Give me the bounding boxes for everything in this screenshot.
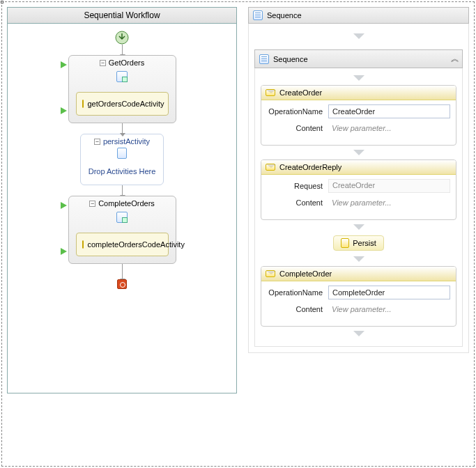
receive-activity-completeorder[interactable]: CompleteOrder OperationName Content View… bbox=[261, 266, 456, 327]
sendreply-activity-createorderreply[interactable]: CreateOrderReply Request CreateOrder Con… bbox=[261, 159, 456, 220]
entry-marker-icon bbox=[61, 107, 67, 114]
message-icon bbox=[266, 270, 275, 277]
operationname-input[interactable] bbox=[328, 104, 450, 118]
sequence-outer[interactable]: Sequence Sequence ︽ CreateOrder bbox=[248, 7, 469, 353]
entry-marker-icon bbox=[61, 248, 67, 255]
terminate-node-icon[interactable] bbox=[117, 279, 127, 289]
activity-type-icon bbox=[69, 210, 176, 228]
insertion-point-icon[interactable] bbox=[261, 331, 456, 336]
connector-arrow-icon bbox=[122, 123, 123, 134]
connector-arrow-icon bbox=[122, 264, 123, 279]
field-label: OperationName bbox=[267, 288, 328, 297]
content-link[interactable]: View parameter... bbox=[328, 197, 450, 208]
activity-title-text: CompleteOrder bbox=[279, 270, 332, 278]
activity-persist[interactable]: − persistActivity Drop Activities Here bbox=[80, 134, 164, 185]
field-label: Request bbox=[267, 182, 328, 190]
field-label: Content bbox=[267, 305, 328, 313]
sequence-header[interactable]: Sequence ︽ bbox=[254, 49, 463, 68]
workflow-title: Sequential Workflow bbox=[8, 8, 236, 24]
sequence-title: Sequence bbox=[273, 55, 308, 63]
code-activity-completeorders[interactable]: completeOrdersCodeActivity bbox=[76, 233, 169, 256]
persist-label: Persist bbox=[353, 239, 376, 247]
start-node-icon[interactable] bbox=[115, 31, 129, 45]
collapse-toggle-icon[interactable]: − bbox=[94, 139, 100, 145]
code-activity-label: completeOrdersCodeActivity bbox=[88, 240, 185, 249]
content-link[interactable]: View parameter... bbox=[328, 304, 450, 315]
code-activity-label: getOrdersCodeActivity bbox=[88, 100, 164, 108]
field-label: Content bbox=[267, 124, 328, 132]
insertion-point-icon[interactable] bbox=[261, 75, 456, 81]
entry-marker-icon bbox=[61, 61, 67, 68]
resize-handle[interactable] bbox=[1, 1, 3, 3]
field-label: OperationName bbox=[267, 107, 328, 116]
workflow-canvas[interactable]: − GetOrders getOrdersCodeActivity − pers… bbox=[8, 24, 236, 296]
activity-title-text: GetOrders bbox=[109, 58, 144, 67]
code-activity-icon bbox=[82, 100, 84, 108]
collapse-toggle-icon[interactable]: − bbox=[100, 60, 106, 66]
activity-header[interactable]: − GetOrders bbox=[69, 56, 176, 70]
receive-activity-createorder[interactable]: CreateOrder OperationName Content View p… bbox=[261, 85, 456, 146]
activity-header[interactable]: CreateOrderReply bbox=[261, 160, 456, 175]
persist-icon bbox=[341, 238, 349, 248]
code-activity-getorders[interactable]: getOrdersCodeActivity bbox=[76, 92, 169, 116]
sequence-inner[interactable]: Sequence ︽ CreateOrder OperationName bbox=[254, 49, 463, 347]
activity-header[interactable]: CompleteOrder bbox=[261, 267, 456, 281]
message-icon bbox=[266, 164, 275, 171]
sequence-title: Sequence bbox=[267, 11, 302, 20]
insertion-point-icon[interactable] bbox=[254, 33, 463, 39]
request-value[interactable]: CreateOrder bbox=[328, 179, 450, 193]
activity-title-text: persistActivity bbox=[103, 137, 150, 146]
connector-arrow-icon bbox=[122, 185, 123, 196]
field-label: Content bbox=[267, 198, 328, 207]
collapse-toggle-icon[interactable]: − bbox=[89, 201, 95, 207]
insertion-point-icon[interactable] bbox=[261, 150, 456, 155]
entry-marker-icon bbox=[61, 202, 67, 209]
wf4-designer: Sequence Sequence ︽ CreateOrder bbox=[248, 7, 469, 353]
operationname-input[interactable] bbox=[328, 286, 450, 299]
activity-title-text: CompleteOrders bbox=[98, 199, 155, 208]
persist-activity[interactable]: Persist bbox=[261, 235, 456, 251]
insertion-point-icon[interactable] bbox=[261, 256, 456, 262]
sequence-header[interactable]: Sequence bbox=[248, 7, 469, 24]
sequential-workflow-designer: Sequential Workflow − GetOrders getOrder… bbox=[7, 7, 237, 393]
activity-header[interactable]: CreateOrder bbox=[261, 86, 456, 100]
activity-title-text: CreateOrderReply bbox=[279, 163, 341, 171]
sequence-icon bbox=[259, 54, 269, 64]
connector-arrow-icon bbox=[122, 45, 123, 55]
sequence-icon bbox=[253, 10, 263, 20]
insertion-point-icon[interactable] bbox=[261, 224, 456, 230]
drop-zone[interactable]: Drop Activities Here bbox=[84, 162, 160, 182]
activity-title-text: CreateOrder bbox=[279, 88, 322, 97]
activity-getorders[interactable]: − GetOrders getOrdersCodeActivity bbox=[68, 55, 176, 123]
collapse-chevron-icon[interactable]: ︽ bbox=[451, 53, 458, 65]
code-activity-icon bbox=[82, 240, 84, 249]
activity-type-icon bbox=[69, 70, 176, 88]
activity-type-icon bbox=[84, 146, 160, 162]
activity-header[interactable]: − CompleteOrders bbox=[69, 196, 176, 210]
drop-zone-label: Drop Activities Here bbox=[89, 167, 156, 176]
content-link[interactable]: View parameter... bbox=[328, 123, 450, 134]
activity-completeorders[interactable]: − CompleteOrders completeOrdersCodeActiv… bbox=[68, 196, 176, 264]
message-icon bbox=[266, 89, 275, 96]
activity-header[interactable]: − persistActivity bbox=[84, 137, 160, 146]
